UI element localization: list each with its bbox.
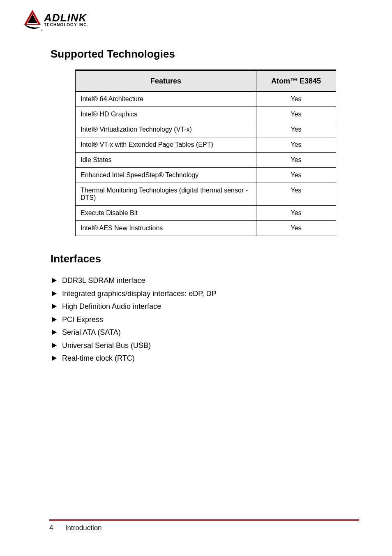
table-header-cpu: Atom™ E3845 [256,70,336,92]
footer-doc-title: Introduction [65,524,102,532]
list-item: High Definition Audio interface [51,300,359,313]
table-row: Intel® Virtualization Technology (VT-x) … [76,122,336,137]
list-item: Real-time clock (RTC) [51,352,359,365]
page-number: 4 [49,524,63,532]
svg-text:®: ® [41,29,43,32]
logo-text: ADLINK TECHNOLOGY INC. [44,13,88,27]
list-item: Integrated graphics/display interfaces: … [51,287,359,301]
table-row: Execute Disable Bit Yes [76,206,336,221]
value-cell: Yes [256,122,336,137]
value-cell: Yes [256,206,336,221]
table-row: Intel® 64 Architecture Yes [76,92,336,107]
value-cell: Yes [256,183,336,206]
list-item: PCI Express [51,313,359,327]
table-row: Enhanced Intel SpeedStep® Technology Yes [76,168,336,183]
interfaces-list: DDR3L SDRAM interface Integrated graphic… [51,274,359,365]
logo-tagline: TECHNOLOGY INC. [44,23,88,27]
table-row: Intel® VT-x with Extended Page Tables (E… [76,137,336,153]
supported-technologies-table: Features Atom™ E3845 Intel® 64 Architect… [75,70,336,236]
interfaces-heading: Interfaces [51,253,359,265]
table-header-features: Features [76,70,256,92]
feature-cell: Thermal Monitoring Technologies (digital… [76,183,256,206]
table-row: Intel® AES New Instructions Yes [76,221,336,236]
value-cell: Yes [256,153,336,168]
value-cell: Yes [256,107,336,122]
feature-cell: Intel® HD Graphics [76,107,256,122]
table-row: Idle States Yes [76,153,336,168]
logo-mark: ® [23,9,43,31]
feature-cell: Intel® AES New Instructions [76,221,256,236]
value-cell: Yes [256,168,336,183]
value-cell: Yes [256,137,336,153]
feature-cell: Intel® 64 Architecture [76,92,256,107]
feature-cell: Intel® VT-x with Extended Page Tables (E… [76,137,256,153]
list-item: DDR3L SDRAM interface [51,274,359,287]
footer: 4 Introduction [49,524,102,532]
feature-cell: Enhanced Intel SpeedStep® Technology [76,168,256,183]
brand-logo: ® ADLINK TECHNOLOGY INC. [23,9,363,31]
list-item: Serial ATA (SATA) [51,326,359,339]
footer-rule [49,519,359,521]
value-cell: Yes [256,221,336,236]
table-row: Intel® HD Graphics Yes [76,107,336,122]
value-cell: Yes [256,92,336,107]
feature-cell: Intel® Virtualization Technology (VT-x) [76,122,256,137]
list-item: Universal Serial Bus (USB) [51,339,359,352]
feature-cell: Execute Disable Bit [76,206,256,221]
table-row: Thermal Monitoring Technologies (digital… [76,183,336,206]
feature-cell: Idle States [76,153,256,168]
logo-brand: ADLINK [44,13,88,23]
supported-technologies-heading: Supported Technologies [51,48,359,60]
